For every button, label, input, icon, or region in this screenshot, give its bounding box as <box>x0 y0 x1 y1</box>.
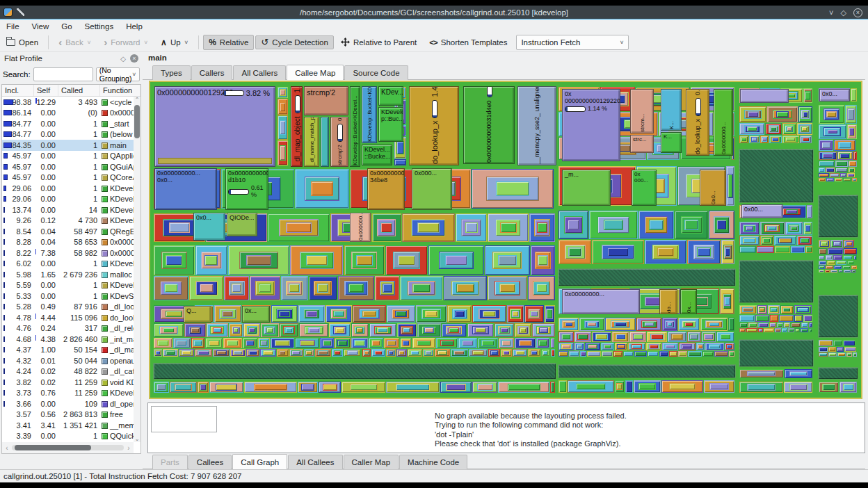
table-row[interactable]: 3.390.001QQuickVie <box>2 431 134 442</box>
treemap-cell[interactable] <box>166 350 175 355</box>
treemap-block[interactable]: 0x0... <box>700 170 726 206</box>
treemap-cell[interactable] <box>634 351 648 357</box>
treemap-cell[interactable] <box>348 284 364 293</box>
treemap-cell[interactable] <box>280 102 287 112</box>
treemap-cell[interactable] <box>280 145 287 161</box>
treemap-cell[interactable] <box>678 351 688 357</box>
treemap-cell[interactable] <box>786 209 798 214</box>
table-row[interactable]: 4.371.0050 154_dl_map_o <box>2 345 134 356</box>
treemap-unused-area[interactable] <box>739 149 814 203</box>
treemap-cell[interactable] <box>383 284 392 293</box>
treemap-cell[interactable] <box>844 270 851 273</box>
treemap-cell[interactable] <box>849 168 855 172</box>
treemap-cell[interactable] <box>746 328 757 332</box>
treemap-cell[interactable] <box>843 340 855 346</box>
treemap-cell[interactable] <box>807 205 812 218</box>
treemap-cell[interactable] <box>748 323 757 327</box>
scroll-left-icon[interactable]: ‹ <box>2 444 12 452</box>
treemap-cell[interactable] <box>558 351 568 357</box>
treemap-cell[interactable] <box>498 255 517 266</box>
treemap-cell[interactable] <box>260 340 268 346</box>
search-input[interactable] <box>33 67 93 81</box>
treemap-cell[interactable] <box>323 340 332 346</box>
table-row[interactable]: 98.3812.293 493<cycle 42> <box>2 97 134 108</box>
table-row[interactable]: 45.970.001QCoreAppl <box>2 172 134 184</box>
treemap-cell[interactable] <box>697 247 710 257</box>
treemap-block[interactable]: 0x 00000000001292201.14 % <box>562 89 620 161</box>
treemap-cell[interactable] <box>846 241 853 246</box>
treemap-cell[interactable] <box>475 327 486 332</box>
treemap-cell[interactable] <box>782 328 787 332</box>
treemap-cell[interactable] <box>791 323 801 327</box>
table-row[interactable]: 8.540.0458 497QRegExp:: <box>2 226 134 237</box>
treemap-cell[interactable] <box>843 384 854 391</box>
tab-parts[interactable]: Parts <box>152 455 188 469</box>
treemap-cell[interactable] <box>503 350 510 355</box>
treemap-cell[interactable] <box>644 322 654 327</box>
treemap-cell[interactable] <box>778 238 793 243</box>
treemap-cell[interactable] <box>616 383 622 391</box>
treemap-block[interactable]: KDevelo p::Buc... <box>378 107 403 142</box>
treemap-cell[interactable] <box>802 137 810 142</box>
treemap-cell[interactable] <box>537 222 547 233</box>
treemap-cell[interactable] <box>702 351 714 357</box>
treemap-cell[interactable] <box>623 351 634 357</box>
treemap-cell[interactable] <box>279 350 287 355</box>
treemap-cell[interactable] <box>659 351 668 357</box>
horizontal-scrollbar[interactable]: ‹ › <box>2 442 134 453</box>
treemap-cell[interactable] <box>456 284 474 293</box>
treemap-cell[interactable] <box>166 311 182 317</box>
treemap-cell[interactable] <box>565 322 573 327</box>
treemap-cell[interactable] <box>791 246 805 253</box>
treemap-block[interactable] <box>321 117 329 167</box>
table-row[interactable]: 84.770.001_start <box>2 118 134 129</box>
treemap-cell[interactable] <box>847 261 854 265</box>
tab-machine-code[interactable]: Machine Code <box>399 455 467 469</box>
treemap-block[interactable]: 0x00000000340 34be8 <box>367 168 405 210</box>
treemap-cell[interactable] <box>784 323 790 327</box>
treemap-cell[interactable] <box>198 350 209 355</box>
treemap-cell[interactable] <box>714 351 728 357</box>
treemap-cell[interactable] <box>698 344 703 349</box>
table-row[interactable]: 5.590.001KDevelop:: <box>2 280 134 291</box>
treemap-block[interactable]: KDevelop::Bucket<KDevelop::Qu... <box>362 86 377 143</box>
treemap-cell[interactable] <box>828 347 836 352</box>
treemap-cell[interactable] <box>846 352 852 357</box>
treemap-cell[interactable] <box>558 380 567 393</box>
treemap-cell[interactable] <box>166 255 182 266</box>
treemap-cell[interactable] <box>648 351 659 357</box>
treemap-cell[interactable] <box>280 120 287 134</box>
treemap-cell[interactable] <box>789 384 807 391</box>
treemap-cell[interactable] <box>568 220 580 230</box>
treemap-cell[interactable] <box>839 153 849 158</box>
treemap-cell[interactable] <box>604 344 612 349</box>
treemap-cell[interactable] <box>176 340 187 346</box>
treemap-cell[interactable] <box>280 89 287 96</box>
treemap-cell[interactable] <box>741 137 747 142</box>
treemap-cell[interactable] <box>739 246 756 253</box>
table-row[interactable]: 6.020.001KDevelop:: <box>2 259 134 270</box>
treemap-cell[interactable] <box>838 142 851 149</box>
treemap-cell[interactable] <box>496 181 530 196</box>
table-row[interactable]: 5.981.652 679 236malloc <box>2 269 134 280</box>
treemap-cell[interactable] <box>726 344 732 349</box>
treemap-cell[interactable] <box>323 384 337 391</box>
open-button[interactable]: Open <box>1 35 44 49</box>
treemap-cell[interactable] <box>512 311 519 317</box>
treemap-cell[interactable] <box>182 350 191 355</box>
treemap-cell[interactable] <box>849 161 857 167</box>
treemap-cell[interactable] <box>797 307 808 313</box>
treemap-cell[interactable] <box>233 327 239 332</box>
treemap-cell[interactable] <box>508 384 540 391</box>
treemap-cell[interactable] <box>308 327 320 332</box>
treemap-cell[interactable] <box>757 246 774 253</box>
table-row[interactable]: 29.060.001KDevelop:: <box>2 194 134 205</box>
treemap-block[interactable]: 0x000000... 000461... <box>350 213 371 242</box>
table-row[interactable]: 4.784.44115 096do_lookup <box>2 312 134 323</box>
treemap-cell[interactable] <box>213 327 222 332</box>
treemap-cell[interactable] <box>838 270 843 273</box>
treemap-block[interactable]: 0x00000000002 d1b100.61 % <box>225 168 268 210</box>
treemap-cell[interactable] <box>254 384 287 391</box>
treemap-cell[interactable] <box>805 246 812 253</box>
shorten-templates-toggle[interactable]: <> Shorten Templates <box>424 35 513 49</box>
